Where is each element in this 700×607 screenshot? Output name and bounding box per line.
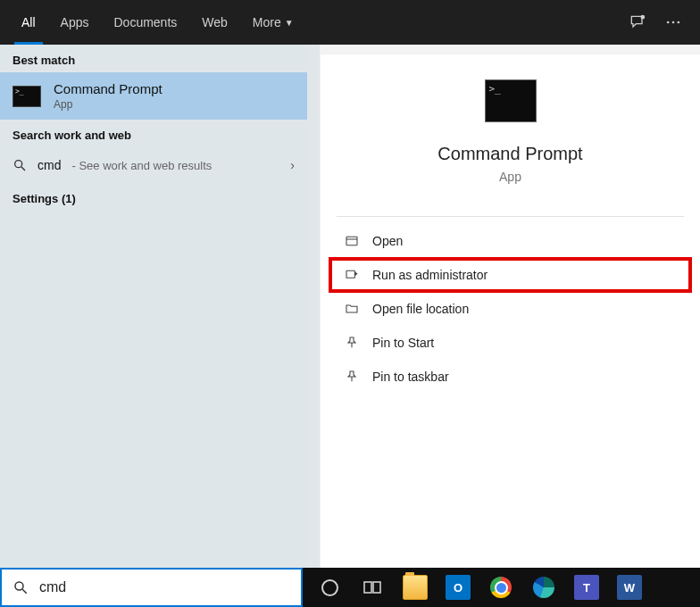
panel-gap [307,45,320,568]
search-web-item[interactable]: cmd - See work and web results › [0,147,307,183]
svg-rect-10 [364,582,371,593]
preview-title: Command Prompt [438,144,582,164]
result-text: Command Prompt App [54,81,162,111]
action-label: Run as administrator [372,268,488,282]
file-explorer-button[interactable] [394,568,437,607]
cmd-icon [12,86,41,107]
svg-line-5 [21,167,25,170]
svg-point-0 [641,16,644,19]
tab-documents[interactable]: Documents [101,0,189,45]
preview-sub: App [499,170,521,184]
action-pin-to-taskbar[interactable]: Pin to taskbar [321,360,700,394]
teams-icon: T [574,575,599,600]
taskbar: O T W [303,568,700,607]
action-run-as-administrator[interactable]: Run as administrator [329,258,691,292]
action-label: Pin to taskbar [372,370,449,384]
feedback-icon[interactable] [620,0,655,45]
result-command-prompt[interactable]: Command Prompt App [0,72,307,120]
chrome-icon [490,577,512,598]
svg-point-3 [678,21,680,24]
pin-taskbar-icon [344,369,360,385]
chrome-button[interactable] [479,568,522,607]
preview-header: Command Prompt App [321,54,700,202]
task-view-button[interactable] [351,568,394,607]
cmd-icon-large [485,79,537,122]
search-hint: - See work and web results [71,159,212,172]
svg-line-9 [22,589,27,594]
search-icon [12,579,29,595]
svg-rect-11 [373,582,380,593]
tab-label: All [21,15,36,29]
admin-shield-icon [344,267,360,283]
svg-rect-6 [346,237,357,245]
results-panel: Best match Command Prompt App Search wor… [0,45,307,568]
search-box[interactable] [0,568,303,607]
tab-label: More [253,15,281,29]
svg-point-2 [672,21,675,24]
chevron-down-icon: ▼ [285,18,294,28]
file-explorer-icon [403,575,428,600]
cortana-icon [321,579,338,596]
tab-apps[interactable]: Apps [48,0,102,45]
settings-header: Settings (1) [0,183,307,211]
edge-icon [533,577,554,598]
open-icon [344,233,360,249]
chevron-right-icon: › [290,158,295,172]
outlook-button[interactable]: O [437,568,479,607]
teams-button[interactable]: T [565,568,608,607]
search-input[interactable] [39,579,290,595]
action-open-file-location[interactable]: Open file location [321,292,700,326]
action-open[interactable]: Open [321,224,700,258]
svg-point-1 [667,21,670,24]
outlook-icon: O [446,575,471,600]
action-label: Pin to Start [372,336,434,350]
divider [337,216,684,217]
result-title: Command Prompt [54,81,162,96]
search-filter-tabs: All Apps Documents Web More ▼ [0,0,700,45]
svg-rect-7 [346,270,354,278]
svg-point-4 [15,161,22,168]
tab-label: Apps [61,15,89,29]
tab-label: Web [202,15,228,29]
action-label: Open file location [372,302,469,316]
search-web-header: Search work and web [0,120,307,147]
pin-icon [344,335,360,351]
action-pin-to-start[interactable]: Pin to Start [321,326,700,360]
preview-panel: Command Prompt App Open Run as administr… [320,54,700,568]
tab-all[interactable]: All [9,0,48,45]
cortana-button[interactable] [308,568,351,607]
tab-web[interactable]: Web [189,0,240,45]
edge-button[interactable] [522,568,565,607]
svg-point-8 [15,582,23,590]
search-icon [12,158,27,172]
tab-label: Documents [113,15,177,29]
word-icon: W [617,575,642,600]
more-options-icon[interactable] [655,0,691,45]
tab-more[interactable]: More ▼ [240,0,306,45]
best-match-header: Best match [0,45,307,72]
result-sub: App [54,98,162,111]
word-button[interactable]: W [608,568,651,607]
folder-icon [344,301,360,317]
action-label: Open [372,234,403,248]
search-query-label: cmd [38,158,61,172]
task-view-icon [362,577,383,598]
